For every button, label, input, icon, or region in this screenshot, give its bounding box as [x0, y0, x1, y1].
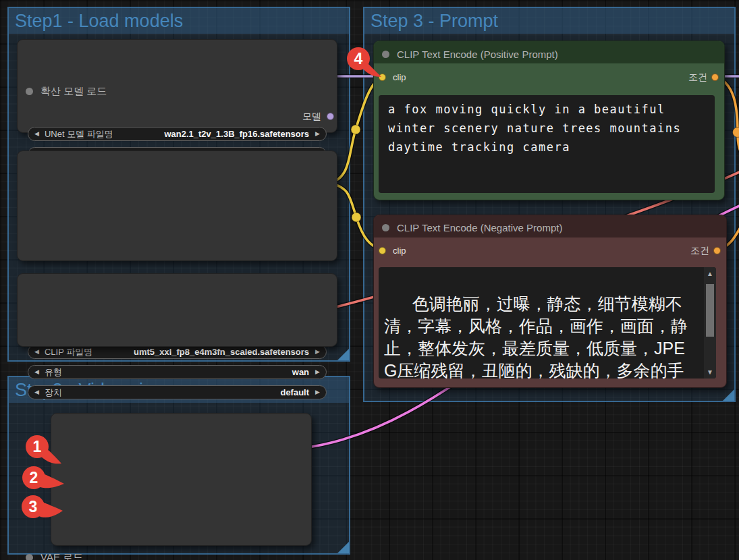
left-arrow-icon[interactable]: ◀ [34, 385, 39, 399]
node-clip-text-encode-negative[interactable]: CLIP Text Encode (Negative Prompt) clip … [373, 215, 727, 388]
group-step3-title[interactable]: Step 3 - Prompt [364, 8, 734, 34]
scroll-up-icon[interactable]: ▲ [704, 270, 716, 277]
node-empty-latent-video[interactable]: 빈 잠재 비디오 (Hunyuan) 잠재 데이터 ◀ 너비 832 ▶ ◀ 높… [51, 413, 312, 546]
input-label-clip: clip [393, 72, 406, 82]
right-arrow-icon[interactable]: ▶ [315, 345, 320, 359]
left-arrow-icon[interactable]: ◀ [34, 365, 39, 379]
node-title: CLIP Text Encode (Positive Prompt) [397, 49, 558, 60]
left-arrow-icon[interactable]: ◀ [34, 345, 39, 359]
link-dot [352, 213, 361, 222]
node-title: CLIP Text Encode (Negative Prompt) [397, 222, 562, 233]
node-status-icon [382, 51, 389, 58]
right-arrow-icon[interactable]: ▶ [315, 385, 320, 399]
input-label-clip: clip [393, 246, 406, 256]
output-socket-icon[interactable] [711, 74, 719, 81]
node-vae-loader[interactable]: VAE 로드 VAE ◀ vae 파일명 wan_2.1_vae.safeten… [17, 273, 337, 347]
node-status-icon [26, 88, 33, 95]
right-arrow-icon[interactable]: ▶ [315, 365, 320, 379]
node-clip-loader[interactable]: CLIP 로드 CLIP ◀ CLIP 파일명 umt5_xxl_fp8_e4m… [17, 150, 337, 261]
node-load-diffusion-model[interactable]: 확산 모델 로드 모델 ◀ UNet 모델 파일명 wan2.1_t2v_1.3… [17, 39, 337, 133]
resize-handle-icon[interactable] [337, 542, 349, 553]
node-status-icon [26, 554, 33, 560]
widget-clip-name[interactable]: ◀ CLIP 파일명 umt5_xxl_fp8_e4m3fn_scaled.sa… [28, 345, 327, 359]
node-clip-text-encode-positive[interactable]: CLIP Text Encode (Positive Prompt) clip … [373, 40, 725, 200]
widget-clip-device[interactable]: ◀ 장치 default ▶ [28, 385, 327, 399]
output-socket-icon[interactable] [713, 247, 721, 254]
positive-prompt-textarea[interactable]: a fox moving quickly in a beautiful wint… [379, 95, 715, 193]
svg-text:4: 4 [354, 50, 363, 67]
negative-prompt-textarea[interactable]: 色调艳丽，过曝，静态，细节模糊不清，字幕，风格，作品，画作，画面，静止，整体发灰… [379, 267, 716, 379]
widget-clip-type[interactable]: ◀ 유형 wan ▶ [28, 365, 327, 379]
node-title: VAE 로드 [40, 551, 83, 560]
textarea-scrollbar[interactable]: ▲ ▼ [704, 267, 716, 379]
output-label-cond: 조건 [690, 245, 709, 257]
link-dot [351, 125, 360, 134]
scrollbar-thumb[interactable] [706, 284, 714, 337]
input-socket-icon[interactable] [379, 74, 386, 81]
group-step1-title[interactable]: Step1 - Load models [9, 8, 349, 34]
output-socket-icon[interactable] [327, 113, 334, 120]
output-label-cond: 조건 [688, 72, 707, 84]
node-status-icon [382, 224, 389, 231]
widget-unet-name[interactable]: ◀ UNet 모델 파일명 wan2.1_t2v_1.3B_fp16.safet… [28, 127, 327, 141]
left-arrow-icon[interactable]: ◀ [34, 127, 39, 141]
input-socket-icon[interactable] [379, 247, 386, 254]
resize-handle-icon[interactable] [723, 389, 734, 401]
resize-handle-icon[interactable] [337, 349, 349, 360]
scroll-down-icon[interactable]: ▼ [704, 368, 716, 376]
node-title: 확산 모델 로드 [40, 85, 107, 98]
node-graph-canvas[interactable]: Step1 - Load models Step2 - Video size S… [0, 0, 739, 560]
output-label-model: 모델 [302, 111, 321, 123]
right-arrow-icon[interactable]: ▶ [315, 127, 320, 141]
